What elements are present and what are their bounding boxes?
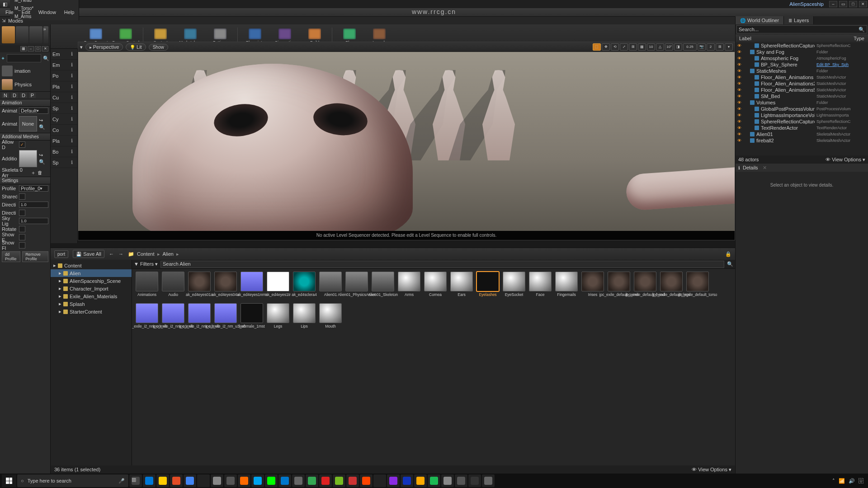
asset-item[interactable]: ak_ed4eyes1nrm xyxy=(240,272,264,301)
outliner-row[interactable]: 👁fireball2SkeletalMeshActor xyxy=(736,137,868,144)
save-all-button[interactable]: 💾 Save All xyxy=(73,250,104,258)
directi-input[interactable]: 1.0 xyxy=(19,202,48,208)
asset-item[interactable]: Audio xyxy=(161,272,185,301)
system-tray[interactable]: ˄ 📶 🔊 🇺 xyxy=(832,478,866,484)
taskbar-app-icon[interactable] xyxy=(265,474,278,487)
visibility-icon[interactable]: 👁 xyxy=(737,62,742,67)
asset-item[interactable]: Eyelashes xyxy=(476,272,500,301)
taskbar-app-icon[interactable] xyxy=(360,474,373,487)
menu-window[interactable]: Window xyxy=(35,9,60,16)
visibility-icon[interactable]: 👁 xyxy=(737,81,742,86)
outliner-row[interactable]: 👁SM_BedStaticMeshActor xyxy=(736,93,868,99)
small-tab[interactable]: P xyxy=(29,93,36,98)
placeable-row[interactable]: Spℹ xyxy=(51,103,77,114)
mesh-next-icon[interactable]: ↪ xyxy=(39,152,45,158)
show-dropdown[interactable]: Show xyxy=(149,44,168,51)
visibility-icon[interactable]: 👁 xyxy=(737,132,742,136)
import-button[interactable]: port xyxy=(54,250,68,258)
placeable-row[interactable]: Cyℹ xyxy=(51,114,77,125)
outliner-row[interactable]: 👁BP_Sky_SphereEdit BP_Sky_Sph xyxy=(736,61,868,68)
asset-item[interactable]: Mouth xyxy=(318,303,343,333)
taskbar-app-icon[interactable] xyxy=(333,474,345,487)
view-options-button[interactable]: 👁 View Options ▾ xyxy=(692,467,731,473)
small-tab[interactable]: N xyxy=(2,93,9,98)
taskbar-app-icon[interactable] xyxy=(224,474,237,487)
transform-rotate-icon[interactable]: ⟲ xyxy=(611,43,619,51)
asset-item[interactable]: Legs xyxy=(266,303,290,333)
asset-item[interactable]: ak_ed4sclera4 xyxy=(292,272,316,301)
asset-item[interactable]: Cornea xyxy=(423,272,448,301)
checkbox-showe[interactable] xyxy=(19,234,25,240)
modes-pin-icon[interactable]: ⇲ xyxy=(2,18,5,23)
outliner-col-type[interactable]: Type xyxy=(854,36,864,41)
taskbar-app-icon[interactable] xyxy=(387,474,400,487)
outliner-search-input[interactable]: Search...🔍 xyxy=(736,25,867,33)
array-clear-icon[interactable]: 🗑 xyxy=(38,170,42,175)
tray-volume-icon[interactable]: 🔊 xyxy=(849,478,855,484)
panel-gear-icon[interactable]: ✦ xyxy=(1,56,5,61)
taskbar-app-icon[interactable] xyxy=(170,474,183,487)
asset-item[interactable]: EyeSocket xyxy=(502,272,526,301)
transform-move-icon[interactable]: ✥ xyxy=(602,43,610,51)
transform-scale-icon[interactable]: ⤢ xyxy=(620,43,628,51)
asset-item[interactable]: Animations xyxy=(135,272,159,301)
prop-animat-dropdown[interactable]: Default ▾ xyxy=(19,108,48,114)
placeable-row[interactable]: Plaℹ xyxy=(51,136,77,146)
visibility-icon[interactable]: 👁 xyxy=(737,138,742,143)
place-item-physics[interactable]: Physics xyxy=(0,78,50,91)
asset-item[interactable]: jpc_exile_i2_nm_u3_v0 xyxy=(213,303,238,333)
asset-item[interactable]: jpc_exile_default_torso xyxy=(685,272,710,301)
tree-folder[interactable]: ▸AlienSpaceship_Scene xyxy=(51,277,132,285)
filters-button[interactable]: ▼ Filters ▾ xyxy=(134,261,158,267)
placeable-row[interactable]: Emℹ xyxy=(51,60,77,70)
taskbar-app-icon[interactable] xyxy=(211,474,223,487)
taskbar-app-icon[interactable] xyxy=(428,474,440,487)
start-button[interactable] xyxy=(2,474,16,487)
tray-network-icon[interactable]: 📶 xyxy=(839,478,845,484)
outliner-row[interactable]: 👁SphereReflectionCaptureSphereReflection… xyxy=(736,118,868,125)
taskbar-app-icon[interactable] xyxy=(401,474,413,487)
checkbox-allow[interactable] xyxy=(19,141,25,148)
asset-item[interactable]: Face xyxy=(528,272,552,301)
checkbox-directi[interactable] xyxy=(19,210,25,216)
visibility-icon[interactable]: 👁 xyxy=(737,88,742,92)
panel-min-button[interactable]: – xyxy=(28,46,34,52)
panel-dock-icon[interactable]: ▦ xyxy=(20,46,27,52)
taskbar-app-icon[interactable] xyxy=(156,474,169,487)
checkbox-rotate[interactable] xyxy=(19,226,25,232)
snap-angle-value[interactable]: 10° xyxy=(665,43,673,51)
visibility-icon[interactable]: 👁 xyxy=(737,119,742,124)
viewport-3d[interactable] xyxy=(78,52,735,231)
mode-place-icon[interactable] xyxy=(2,26,15,43)
outliner-row[interactable]: 👁Floor_Alien_Animations5StaticMeshActor xyxy=(736,87,868,93)
place-search-input[interactable] xyxy=(7,54,41,62)
taskbar-search-input[interactable]: ○ Type here to search🎤 xyxy=(17,474,128,487)
window-minimize-button[interactable]: – xyxy=(829,1,837,7)
close-icon[interactable]: ✕ xyxy=(763,165,767,171)
anim-thumbnail[interactable]: None xyxy=(19,116,37,131)
placeable-row[interactable]: Cuℹ xyxy=(51,92,77,103)
visibility-icon[interactable]: 👁 xyxy=(737,126,742,130)
placeable-row[interactable]: Coℹ xyxy=(51,125,77,136)
outliner-row[interactable]: 👁GlobalPostProcessVolumePostProcessVolum xyxy=(736,106,868,112)
taskbar-app-icon[interactable] xyxy=(197,474,210,487)
visibility-icon[interactable]: 👁 xyxy=(737,100,742,105)
search-icon[interactable]: 🔍 xyxy=(43,56,49,61)
tab-world-outliner[interactable]: 🌐 World Outliner xyxy=(736,16,784,24)
transform-select-icon[interactable]: ⬚ xyxy=(593,43,601,51)
document-tab[interactable]: M_Head xyxy=(10,0,79,4)
tree-folder[interactable]: ▸Alien xyxy=(51,269,132,277)
outliner-row[interactable]: 👁LightmassImportanceVolumeLightmassImpor… xyxy=(736,112,868,118)
taskbar-app-icon[interactable] xyxy=(373,474,386,487)
asset-item[interactable]: Alien01_Skeleton xyxy=(371,272,395,301)
tree-folder[interactable]: ▸Exile_Alien_Materials xyxy=(51,292,132,300)
outliner-row[interactable]: 👁SphereReflectionCapture10SphereReflecti… xyxy=(736,42,868,49)
snap-grid-icon[interactable]: ▦ xyxy=(638,43,646,51)
outliner-col-label[interactable]: Label xyxy=(739,36,751,41)
task-view-icon[interactable]: ▥ xyxy=(129,474,142,487)
tray-chevron-icon[interactable]: ˄ xyxy=(832,478,835,484)
visibility-icon[interactable]: 👁 xyxy=(737,75,742,80)
visibility-icon[interactable]: 👁 xyxy=(737,69,742,73)
taskbar-app-icon[interactable] xyxy=(251,474,264,487)
mesh-thumbnail[interactable] xyxy=(19,150,37,167)
